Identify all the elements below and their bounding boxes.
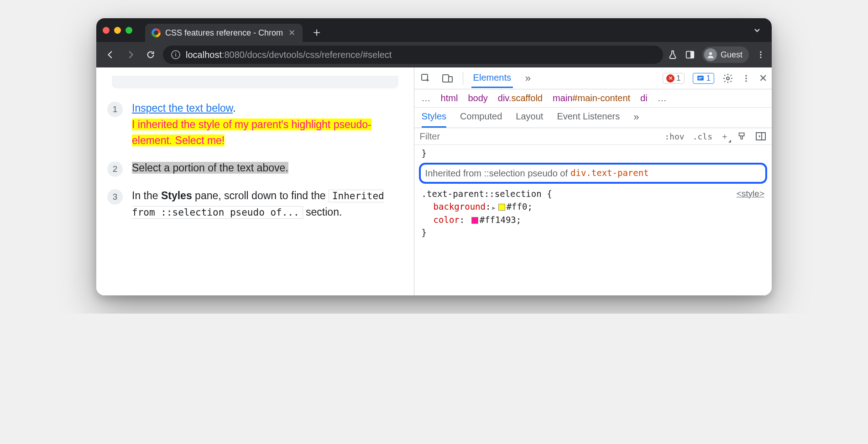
close-devtools-button[interactable]: ✕: [759, 72, 767, 84]
svg-rect-10: [698, 77, 702, 78]
inspect-link[interactable]: Inspect the text below: [132, 102, 233, 114]
settings-icon[interactable]: [722, 73, 733, 84]
list-item: 1 Inspect the text below. I inherited th…: [107, 100, 403, 149]
inherited-selector: div.text-parent: [570, 166, 649, 180]
titlebar: CSS features reference - Chrom ✕ ＋: [96, 18, 772, 42]
selected-line-text: Select a portion of the text above.: [132, 162, 288, 174]
css-declaration[interactable]: background:▶#ff0;: [414, 200, 772, 213]
address-bar[interactable]: i localhost:8080/docs/devtools/css/refer…: [163, 46, 663, 64]
color-swatch[interactable]: [498, 204, 505, 211]
nav-toolbar: i localhost:8080/docs/devtools/css/refer…: [96, 42, 772, 67]
error-icon: ✕: [666, 74, 675, 83]
profile-chip[interactable]: Guest: [702, 46, 749, 63]
devtools-panel: Elements » ✕ 1 1: [414, 67, 772, 295]
browser-tab[interactable]: CSS features reference - Chrom ✕: [145, 24, 303, 42]
crumb-partial[interactable]: di: [640, 93, 648, 103]
svg-rect-11: [698, 78, 701, 79]
tab-event-listeners[interactable]: Event Listeners: [557, 111, 620, 128]
reload-button[interactable]: [143, 47, 158, 62]
crumb-html[interactable]: html: [441, 93, 458, 103]
crumb-ellipsis-end[interactable]: …: [658, 93, 667, 103]
styles-body: } Inherited from ::selection pseudo of d…: [414, 145, 772, 248]
inherited-label: Inherited from ::selection pseudo of: [425, 166, 568, 180]
inspect-element-icon[interactable]: [419, 73, 433, 84]
svg-rect-7: [443, 75, 449, 82]
site-info-icon[interactable]: i: [171, 50, 180, 59]
tab-elements[interactable]: Elements: [471, 69, 513, 88]
devtools-toolbar: Elements » ✕ 1 1: [414, 67, 772, 89]
list-item: 3 In the Styles pane, scroll down to fin…: [107, 188, 403, 220]
window-controls: [103, 27, 132, 34]
issues-badge[interactable]: 1: [693, 73, 714, 84]
css-declaration[interactable]: color: #ff1493;: [414, 213, 772, 227]
new-tab-button[interactable]: ＋: [311, 24, 323, 40]
new-rule-button[interactable]: ＋◢: [721, 131, 729, 142]
tab-computed[interactable]: Computed: [460, 111, 502, 128]
css-rule-header[interactable]: .text-parent::selection { <style>: [414, 187, 772, 201]
tabs-overflow-button[interactable]: [749, 26, 765, 35]
svg-point-4: [760, 54, 761, 55]
kebab-icon[interactable]: [742, 74, 751, 83]
chrome-favicon-icon: [152, 28, 161, 37]
color-swatch[interactable]: [471, 217, 478, 224]
tab-title: CSS features reference - Chrom: [165, 28, 283, 38]
svg-point-5: [760, 57, 761, 58]
more-tabs-icon[interactable]: »: [521, 72, 535, 84]
expand-shorthand-icon[interactable]: ▶: [492, 205, 495, 211]
svg-point-15: [745, 80, 747, 82]
step-body: In the Styles pane, scroll down to find …: [132, 188, 403, 220]
step-number: 1: [107, 102, 123, 117]
more-subtabs-icon[interactable]: »: [633, 111, 639, 128]
tab-layout[interactable]: Layout: [516, 111, 543, 128]
svg-point-12: [727, 77, 729, 80]
inherited-section-header[interactable]: Inherited from ::selection pseudo of div…: [419, 163, 767, 184]
crumb-div-scaffold[interactable]: div.scaffold: [498, 93, 543, 103]
styles-filter-input[interactable]: [420, 131, 658, 142]
svg-point-2: [709, 52, 712, 55]
page-banner: [112, 76, 398, 88]
back-button[interactable]: [103, 47, 118, 62]
kebab-menu-button[interactable]: [756, 50, 765, 59]
url-text: localhost:8080/docs/devtools/css/referen…: [186, 50, 392, 60]
svg-rect-1: [690, 52, 694, 58]
toolbar-right: Guest: [668, 46, 765, 63]
hov-toggle[interactable]: :hov: [664, 132, 684, 141]
labs-icon[interactable]: [668, 50, 678, 60]
step-number: 3: [107, 189, 123, 205]
step-number: 2: [107, 161, 123, 177]
dom-breadcrumb[interactable]: … html body div.scaffold main#main-conte…: [414, 89, 772, 108]
minimize-window-button[interactable]: [114, 27, 121, 34]
svg-rect-9: [697, 76, 704, 81]
forward-button[interactable]: [123, 47, 138, 62]
styles-subtabs: Styles Computed Layout Event Listeners »: [414, 108, 772, 128]
bold-styles-word: Styles: [161, 190, 192, 201]
tab-styles[interactable]: Styles: [422, 111, 446, 128]
crumb-ellipsis[interactable]: …: [422, 93, 431, 103]
close-window-button[interactable]: [103, 27, 110, 34]
step-body: Inspect the text below. I inherited the …: [132, 100, 403, 149]
crumb-body[interactable]: body: [468, 93, 487, 103]
styles-filter-row: :hov .cls ＋◢: [414, 128, 772, 145]
page-content: 1 Inspect the text below. I inherited th…: [96, 67, 414, 295]
instruction-list: 1 Inspect the text below. I inherited th…: [107, 100, 403, 220]
list-item: 2 Select a portion of the text above.: [107, 160, 403, 177]
computed-sidebar-toggle-icon[interactable]: [755, 131, 766, 141]
svg-rect-16: [756, 133, 765, 140]
svg-rect-8: [449, 77, 452, 82]
paint-flashing-icon[interactable]: [737, 131, 747, 141]
crumb-main[interactable]: main#main-content: [553, 93, 630, 103]
svg-point-13: [745, 75, 747, 76]
browser-window: CSS features reference - Chrom ✕ ＋ i loc…: [96, 18, 772, 295]
highlighted-example-text[interactable]: I inherited the style of my parent's hig…: [132, 119, 371, 147]
rule-source-link[interactable]: <style>: [737, 187, 764, 201]
side-panel-icon[interactable]: [685, 50, 695, 60]
content-area: 1 Inspect the text below. I inherited th…: [96, 67, 772, 295]
issue-icon: [696, 74, 705, 83]
device-toolbar-icon[interactable]: [441, 73, 455, 84]
prev-rule-close: }: [414, 147, 772, 160]
error-badge[interactable]: ✕ 1: [663, 73, 684, 84]
maximize-window-button[interactable]: [125, 27, 132, 34]
close-tab-button[interactable]: ✕: [288, 28, 296, 38]
cls-toggle[interactable]: .cls: [693, 132, 712, 141]
profile-label: Guest: [721, 50, 743, 60]
